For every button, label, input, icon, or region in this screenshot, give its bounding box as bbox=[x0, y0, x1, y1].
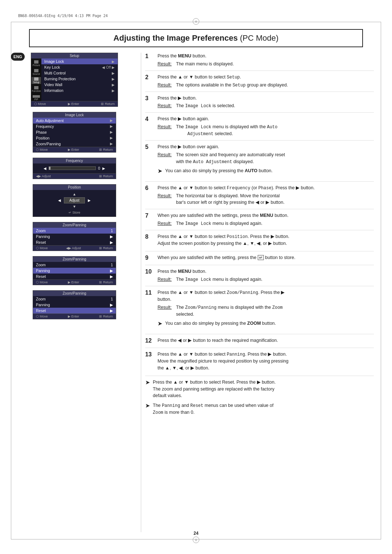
step-5-number: 5 bbox=[145, 143, 153, 178]
result-text-6: The horizontal bar is displayed. Move th… bbox=[176, 193, 285, 206]
step-11-content: Press the ▲ or ▼ button to select Zoom/P… bbox=[158, 289, 374, 331]
step-10-text: Press the MENU button. bbox=[158, 268, 374, 275]
zoom-item-reset-2: Reset▶ bbox=[33, 274, 116, 279]
step-1-number: 1 bbox=[145, 53, 153, 68]
menu-item-multi-control: Multi Control▶ bbox=[41, 70, 118, 76]
pos-down-arrow: ▼ bbox=[73, 205, 76, 209]
step-13-content: Press the ▲ or ▼ button to select Pannin… bbox=[158, 351, 374, 373]
step-9-text: When you are satisfied with the setting,… bbox=[158, 254, 374, 261]
step-2-result: Result: The options available in the Set… bbox=[158, 82, 374, 89]
freq-footer-return: ⊞ Return bbox=[99, 174, 113, 178]
zoom-item-zoom-2: Zoom1 bbox=[33, 262, 116, 268]
pos-store-label: ↵ Store bbox=[69, 211, 80, 214]
zoom-item-zoom-1: Zoom1 bbox=[33, 228, 116, 234]
result-text-4: The Image Lock menu is displayed with th… bbox=[176, 124, 277, 137]
step-5-result: Result: The screen size and frequency ar… bbox=[158, 151, 374, 165]
step-7-content: When you are satisfied with the settings… bbox=[158, 212, 374, 227]
step-1-content: Press the MENU button. Result: The main … bbox=[158, 53, 374, 68]
zoom-footer-move-2: ⬡ Move bbox=[36, 280, 48, 284]
step-5-text: Press the ▶ button over again. bbox=[158, 143, 374, 150]
page-border-right bbox=[381, 22, 381, 539]
right-column: 1 Press the MENU button. Result: The mai… bbox=[145, 53, 374, 419]
menu-item-information: Information▶ bbox=[41, 88, 118, 93]
page-border-left bbox=[11, 22, 11, 539]
position-title: Position bbox=[33, 185, 116, 190]
result-label-4: Result: bbox=[158, 124, 174, 137]
setup-menu-title: Setup bbox=[31, 53, 118, 58]
position-menu-screenshot: Position ▲ ◀ Adjust ▶ ▼ ↵ Store bbox=[33, 184, 116, 217]
menu-item-image-lock: Image Lock▶ bbox=[41, 58, 118, 64]
step-1-result: Result: The main menu is displayed. bbox=[158, 61, 374, 68]
step-8-number: 8 bbox=[145, 233, 153, 248]
extra-note-1: ➤ Press the ▲ or ▼ button to select Rese… bbox=[145, 379, 374, 399]
result-label-11: Result: bbox=[158, 304, 174, 318]
result-label-7: Result: bbox=[158, 220, 174, 227]
reg-mark-bottom bbox=[193, 537, 199, 543]
note-pointer-extra-1: ➤ bbox=[145, 378, 150, 387]
step-2-number: 2 bbox=[145, 74, 153, 89]
step-1: 1 Press the MENU button. Result: The mai… bbox=[145, 53, 374, 71]
extra-note-2: ➤ The Panning and Reset menus can be use… bbox=[145, 402, 374, 416]
footer-enter2: ▶ Enter bbox=[68, 148, 79, 151]
zoom-item-panning-2: Panning▶ bbox=[33, 268, 116, 274]
result-label-3: Result: bbox=[158, 102, 174, 109]
zoom-title-3: Zoom/Panning bbox=[33, 291, 116, 296]
step-3-content: Press the ▶ button. Result: The Image Lo… bbox=[158, 95, 374, 110]
menu-item-burning: Burning Protection▶ bbox=[41, 76, 118, 82]
frequency-menu-screenshot: Frequency ◀ 0 ▶ ◀▶ Adjust ⊞ Return bbox=[33, 158, 116, 179]
zoom-footer-1: ⬡ Move ◀▶ Adjust ⊞ Return bbox=[33, 245, 116, 251]
extra-note-1-text: Press the ▲ or ▼ button to select Reset.… bbox=[153, 379, 275, 399]
freq-bar bbox=[49, 166, 96, 170]
zoom-footer-enter-3: ▶ Enter bbox=[68, 315, 79, 318]
step-5-content: Press the ▶ button over again. Result: T… bbox=[158, 143, 374, 178]
zoom-footer-return-1: ⊞ Return bbox=[99, 246, 113, 250]
freq-footer-adjust: ◀▶ Adjust bbox=[36, 174, 51, 178]
setup-menu-items: Image Lock▶ Key Lock◀ Off ▶ Multi Contro… bbox=[41, 58, 118, 101]
step-10-number: 10 bbox=[145, 268, 153, 283]
step-3-number: 3 bbox=[145, 95, 153, 110]
zoom-item-panning-3: Panning▶ bbox=[33, 302, 116, 308]
step-2-text: Press the ▲ or ▼ button to select Setup. bbox=[158, 74, 374, 81]
step-11: 11 Press the ▲ or ▼ button to select Zoo… bbox=[145, 289, 374, 334]
result-label-6: Result: bbox=[158, 193, 174, 206]
zoom-footer-enter-2: ▶ Enter bbox=[68, 280, 79, 284]
step-11-result: Result: The Zoom/Panning menu is display… bbox=[158, 304, 374, 318]
zoom-title-1: Zoom/Panning bbox=[33, 222, 116, 228]
sidebar-picture: Picture bbox=[32, 60, 41, 67]
zoom-item-reset-3: Reset▶ bbox=[33, 308, 116, 314]
step-9-content: When you are satisfied with the setting,… bbox=[158, 254, 374, 262]
result-text-2: The options available in the Setup group… bbox=[176, 82, 288, 89]
step-3-text: Press the ▶ button. bbox=[158, 95, 374, 102]
zoom-item-zoom-3: Zoom1 bbox=[33, 296, 116, 302]
menu-sidebar: Picture Source Setup Function PIP bbox=[31, 58, 41, 101]
step-5-note: ➤ You can also do simply by pressing the… bbox=[158, 167, 374, 175]
note-text-11: You can also do simpley by pressing the … bbox=[165, 320, 276, 327]
menu-item-auto-adj: Auto Adjustment▶ bbox=[33, 118, 116, 124]
result-label-10: Result: bbox=[158, 276, 174, 283]
result-text-7: The Image Lock menu is displayed again. bbox=[176, 220, 262, 227]
step-13-number: 13 bbox=[145, 351, 153, 373]
result-text-11: The Zoom/Panning menu is displayed with … bbox=[176, 304, 283, 318]
menu-item-key-lock: Key Lock◀ Off ▶ bbox=[41, 64, 118, 70]
zoom-panning-menu-2: Zoom/Panning Zoom1 Panning▶ Reset▶ ⬡ Mov… bbox=[33, 256, 116, 285]
step-7-text: When you are satisfied with the settings… bbox=[158, 212, 374, 219]
step-8: 8 Press the ▲ or ▼ button to select Posi… bbox=[145, 233, 374, 251]
freq-value: 0 bbox=[98, 166, 100, 170]
step-2: 2 Press the ▲ or ▼ button to select Setu… bbox=[145, 74, 374, 92]
step-1-text: Press the MENU button. bbox=[158, 53, 374, 60]
menu-item-video-wall: Video Wall▶ bbox=[41, 82, 118, 88]
footer-move2: ⬡ Move bbox=[36, 148, 48, 151]
left-column: Setup Picture Source Setup Function bbox=[18, 53, 131, 324]
freq-right-arrow: ▶ bbox=[102, 166, 105, 170]
step-10: 10 Press the MENU button. Result: The Im… bbox=[145, 268, 374, 286]
step-6-text: Press the ▲ or ▼ button to select Freque… bbox=[158, 185, 374, 191]
zoom-item-reset-1: Reset▶ bbox=[33, 239, 116, 245]
zoom-footer-move-1: ⬡ Move bbox=[36, 246, 48, 250]
page-title-box: Adjusting the Image Preferences (PC Mode… bbox=[29, 29, 363, 47]
step-13-text: Press the ▲ or ▼ button to select Pannin… bbox=[158, 351, 374, 372]
step-3-result: Result: The Image Lock is selected. bbox=[158, 102, 374, 109]
step-13: 13 Press the ▲ or ▼ button to select Pan… bbox=[145, 351, 374, 376]
step-12-number: 12 bbox=[145, 337, 153, 345]
page-number: 24 bbox=[193, 531, 198, 536]
position-content: ▲ ◀ Adjust ▶ ▼ ↵ Store bbox=[33, 190, 116, 217]
